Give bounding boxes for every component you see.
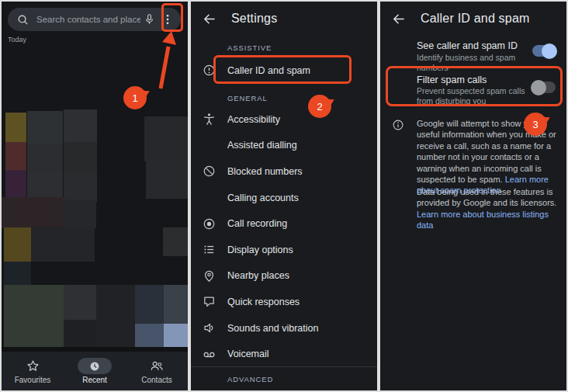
info-text: Data being used in these features is pro…: [417, 187, 556, 207]
setting-sub-see-caller-id: Identify business and spam numbers: [417, 53, 535, 72]
toggle-see-caller-id-on[interactable]: [532, 45, 556, 57]
record-icon: [203, 217, 216, 231]
blurred-block: [5, 142, 26, 170]
search-bar[interactable]: Search contacts and places: [8, 8, 181, 31]
settings-item-display-options[interactable]: Display options: [191, 237, 377, 263]
settings-item-caller-id[interactable]: Caller ID and spam: [227, 65, 310, 76]
location-pin-icon: [203, 269, 216, 283]
nav-label: Recent: [82, 376, 107, 384]
blurred-block: [164, 285, 188, 324]
blurred-block: [4, 285, 64, 347]
blurred-block: [64, 109, 97, 142]
step-badge-2: 2: [308, 95, 331, 118]
settings-item-assisted-dialling[interactable]: Assisted dialling: [191, 133, 377, 159]
nav-tab-recent[interactable]: Recent: [64, 352, 126, 390]
step-badge-3: 3: [524, 113, 547, 136]
list-icon: [203, 243, 216, 256]
nav-tab-contacts[interactable]: Contacts: [126, 352, 188, 390]
settings-item-accessibility[interactable]: Accessibility: [191, 106, 377, 133]
info-icon: [392, 119, 404, 131]
call-list-date-header: Today: [8, 36, 26, 43]
caller-id-spam-screen: Caller ID and spam See caller and spam I…: [380, 2, 566, 390]
settings-item-voicemail[interactable]: Voicemail: [191, 341, 377, 367]
step-badge-1: 1: [123, 86, 147, 109]
nav-label: Contacts: [141, 376, 171, 384]
blurred-block: [4, 262, 31, 285]
chat-bubble-icon: [203, 295, 216, 308]
link-business-listings[interactable]: Learn more about business listings data: [417, 210, 549, 230]
voicemail-icon: [203, 348, 216, 361]
blurred-call-list: [2, 2, 188, 347]
blurred-block: [64, 142, 97, 172]
info-paragraph-business-listings: Data being used in these features is pro…: [417, 186, 562, 231]
page-title: Settings: [231, 12, 277, 26]
blurred-block: [64, 172, 97, 202]
selected-tab-pill: [78, 358, 112, 374]
tutorial-screenshot: Search contacts and places Today: [0, 0, 568, 392]
back-arrow-icon[interactable]: [391, 12, 405, 26]
mic-icon[interactable]: [140, 13, 158, 26]
search-icon: [17, 14, 29, 26]
section-header-assistive: ASSISTIVE: [227, 43, 272, 52]
back-arrow-icon[interactable]: [202, 12, 216, 26]
blurred-block: [31, 227, 95, 262]
blurred-block: [163, 227, 188, 256]
blurred-block: [164, 324, 188, 347]
settings-item-label: Sounds and vibration: [227, 323, 318, 334]
blurred-block: [64, 285, 96, 320]
setting-label-see-caller-id: See caller and spam ID: [417, 40, 518, 51]
settings-item-label: Blocked numbers: [227, 166, 303, 177]
settings-item-call-recording[interactable]: Call recording: [191, 210, 377, 237]
settings-item-label: Voicemail: [227, 349, 269, 359]
blurred-block: [27, 144, 63, 173]
nav-label: Favourites: [15, 376, 51, 384]
blurred-block: [64, 320, 96, 347]
settings-item-label: Display options: [227, 245, 293, 255]
settings-item-sounds-vibration[interactable]: Sounds and vibration: [191, 315, 377, 342]
settings-item-label: Nearby places: [227, 270, 289, 281]
alert-circle-icon: [203, 64, 216, 77]
settings-screen: Settings ASSISTIVE Caller ID and spam GE…: [191, 2, 377, 390]
settings-item-label: Quick responses: [227, 297, 300, 307]
setting-sub-filter-spam: Prevent suspected spam calls from distur…: [417, 86, 535, 106]
blurred-block: [5, 113, 26, 142]
settings-list: Accessibility Assisted dialling Blocked …: [191, 106, 377, 367]
settings-item-label: Assisted dialling: [227, 140, 297, 151]
section-header-general: GENERAL: [227, 94, 268, 102]
setting-label-filter-spam: Filter spam calls: [417, 75, 487, 85]
star-icon: [26, 358, 40, 374]
settings-item-label: Calling accounts: [227, 193, 299, 203]
more-options-icon[interactable]: [158, 8, 178, 31]
blurred-block: [96, 285, 135, 347]
section-header-advanced: ADVANCED: [227, 375, 273, 383]
blurred-block: [146, 160, 188, 199]
blurred-block: [4, 227, 31, 262]
settings-item-label: Call recording: [227, 218, 287, 229]
phone-app-screen: Search contacts and places Today: [2, 2, 188, 390]
caller-id-appbar: Caller ID and spam: [380, 2, 566, 36]
bottom-navigation: Favourites Recent: [2, 352, 188, 390]
toggle-filter-spam-off[interactable]: [532, 82, 556, 93]
blurred-block: [144, 116, 188, 161]
toggle-knob: [542, 43, 557, 59]
blurred-block: [135, 324, 164, 347]
divider: [191, 366, 377, 367]
settings-item-blocked-numbers[interactable]: Blocked numbers: [191, 158, 377, 185]
nav-tab-favourites[interactable]: Favourites: [2, 352, 64, 390]
contacts-icon: [150, 358, 164, 374]
blurred-block: [2, 197, 64, 228]
settings-item-nearby-places[interactable]: Nearby places: [191, 263, 377, 290]
settings-appbar: Settings: [191, 2, 377, 36]
search-input[interactable]: Search contacts and places: [36, 15, 140, 24]
blurred-block: [64, 199, 96, 228]
speaker-icon: [203, 321, 216, 335]
toggle-knob: [531, 80, 546, 95]
settings-item-calling-accounts[interactable]: Calling accounts: [191, 185, 377, 211]
blurred-block: [135, 285, 164, 324]
block-icon: [203, 165, 216, 178]
blurred-block: [5, 170, 26, 199]
blurred-block: [27, 111, 63, 144]
settings-item-quick-responses[interactable]: Quick responses: [191, 289, 377, 315]
settings-item-label: Accessibility: [227, 114, 280, 125]
accessibility-icon: [203, 113, 216, 126]
